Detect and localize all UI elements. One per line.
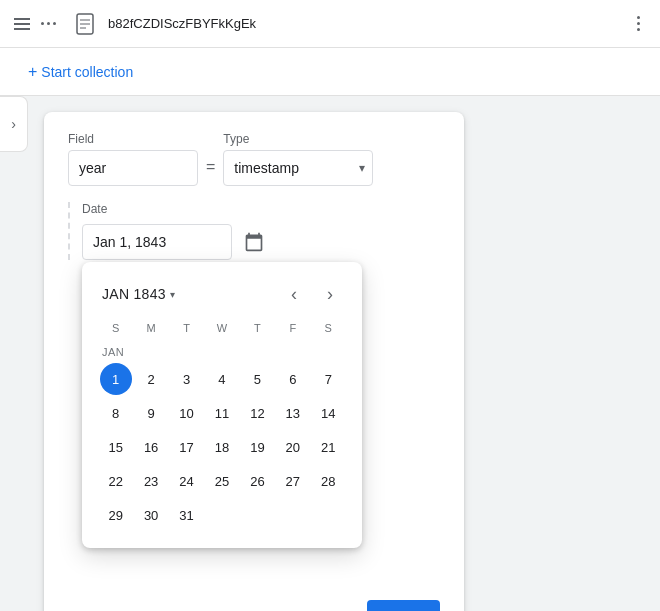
cal-day-26[interactable]: 26 xyxy=(241,465,273,497)
cal-day-15[interactable]: 15 xyxy=(100,431,132,463)
field-input[interactable] xyxy=(68,150,198,186)
cal-day-16[interactable]: 16 xyxy=(135,431,167,463)
date-section: Date JAN 1843 ▾ xyxy=(68,202,440,260)
type-column: Type timestamp string number boolean map… xyxy=(223,132,373,186)
calendar-button[interactable] xyxy=(236,224,272,260)
cal-day-9[interactable]: 9 xyxy=(135,397,167,429)
cal-day-28[interactable]: 28 xyxy=(312,465,344,497)
calendar-nav: ‹ › xyxy=(278,278,346,310)
cal-day-2[interactable]: 2 xyxy=(135,363,167,395)
start-collection-button[interactable]: + Start collection xyxy=(16,55,145,89)
prev-icon: ‹ xyxy=(291,284,297,305)
cal-day-10[interactable]: 10 xyxy=(171,397,203,429)
cal-day-1[interactable]: 1 xyxy=(100,363,132,395)
cal-day-27[interactable]: 27 xyxy=(277,465,309,497)
cal-day-6[interactable]: 6 xyxy=(277,363,309,395)
day-name-sun: S xyxy=(98,318,133,338)
field-type-row: Field = Type timestamp string number boo… xyxy=(68,132,440,186)
calendar-days-header: S M T W T F S xyxy=(82,318,362,338)
day-name-mon: M xyxy=(133,318,168,338)
cal-day-5[interactable]: 5 xyxy=(241,363,273,395)
cal-day-14[interactable]: 14 xyxy=(312,397,344,429)
month-year-text: JAN 1843 xyxy=(102,286,166,302)
more-options-icon[interactable] xyxy=(628,14,648,34)
sidebar-toggle[interactable]: › xyxy=(0,96,28,152)
cal-day-12[interactable]: 12 xyxy=(241,397,273,429)
cal-day-22[interactable]: 22 xyxy=(100,465,132,497)
start-collection-label: Start collection xyxy=(41,64,133,80)
calendar-icon xyxy=(244,232,264,252)
cal-day-21[interactable]: 21 xyxy=(312,431,344,463)
plus-icon: + xyxy=(28,63,37,81)
hamburger-icon[interactable] xyxy=(12,14,32,34)
day-name-fri: F xyxy=(275,318,310,338)
nav-icons xyxy=(12,14,58,34)
cal-day-25[interactable]: 25 xyxy=(206,465,238,497)
top-bar: b82fCZDISczFBYFkKgEk xyxy=(0,0,660,48)
date-input[interactable] xyxy=(82,224,232,260)
cal-day-13[interactable]: 13 xyxy=(277,397,309,429)
day-name-wed: W xyxy=(204,318,239,338)
next-month-button[interactable]: › xyxy=(314,278,346,310)
date-input-wrapper xyxy=(82,224,440,260)
cal-dropdown-arrow-icon: ▾ xyxy=(170,289,175,300)
equals-sign: = xyxy=(206,158,215,176)
cal-day-24[interactable]: 24 xyxy=(171,465,203,497)
cal-day-18[interactable]: 18 xyxy=(206,431,238,463)
date-label: Date xyxy=(82,202,440,216)
doc-icon xyxy=(76,13,94,35)
day-name-sat: S xyxy=(311,318,346,338)
cal-day-11[interactable]: 11 xyxy=(206,397,238,429)
type-label: Type xyxy=(223,132,373,146)
cal-day-19[interactable]: 19 xyxy=(241,431,273,463)
field-label: Field xyxy=(68,132,198,146)
tab-title: b82fCZDISczFBYFkKgEk xyxy=(108,16,620,31)
field-column: Field xyxy=(68,132,198,186)
cal-day-20[interactable]: 20 xyxy=(277,431,309,463)
cal-day-23[interactable]: 23 xyxy=(135,465,167,497)
type-select[interactable]: timestamp string number boolean map arra… xyxy=(223,150,373,186)
calendar-grid: 1 2 3 4 5 6 7 8 9 10 11 12 13 14 15 16 1 xyxy=(82,362,362,532)
cal-day-7[interactable]: 7 xyxy=(312,363,344,395)
add-button[interactable]: Add xyxy=(367,600,440,611)
cal-day-3[interactable]: 3 xyxy=(171,363,203,395)
prev-month-button[interactable]: ‹ xyxy=(278,278,310,310)
day-name-tue: T xyxy=(169,318,204,338)
filter-panel: Field = Type timestamp string number boo… xyxy=(44,112,464,611)
cal-day-8[interactable]: 8 xyxy=(100,397,132,429)
chevron-right-icon: › xyxy=(11,116,16,132)
action-buttons: Cancel Add xyxy=(68,600,440,611)
collection-bar: + Start collection xyxy=(0,48,660,96)
day-name-thu: T xyxy=(240,318,275,338)
cal-day-29[interactable]: 29 xyxy=(100,499,132,531)
next-icon: › xyxy=(327,284,333,305)
main-content: Field = Type timestamp string number boo… xyxy=(28,96,660,611)
cal-day-4[interactable]: 4 xyxy=(206,363,238,395)
cal-day-30[interactable]: 30 xyxy=(135,499,167,531)
month-year-button[interactable]: JAN 1843 ▾ xyxy=(102,286,278,302)
cancel-button[interactable]: Cancel xyxy=(263,600,355,611)
dots-icon[interactable] xyxy=(38,14,58,34)
cal-day-31[interactable]: 31 xyxy=(171,499,203,531)
cal-day-17[interactable]: 17 xyxy=(171,431,203,463)
month-label: JAN xyxy=(82,342,362,362)
calendar-header: JAN 1843 ▾ ‹ › xyxy=(82,270,362,318)
type-select-wrapper: timestamp string number boolean map arra… xyxy=(223,150,373,186)
calendar-popup: JAN 1843 ▾ ‹ › S M T xyxy=(82,262,362,548)
